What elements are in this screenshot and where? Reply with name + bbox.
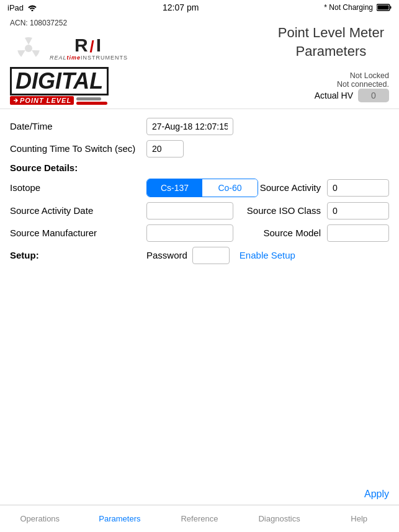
source-model-group: Source Model xyxy=(263,224,389,242)
source-iso-label: Source ISO Class xyxy=(247,205,321,216)
digital-word: DIGITAL xyxy=(10,67,109,95)
password-label: Password xyxy=(146,250,187,260)
setup-label: Setup: xyxy=(10,250,146,260)
status-info-block: Not Locked Not connected. Actual HV 0 xyxy=(315,71,389,105)
password-input[interactable] xyxy=(192,247,230,264)
form-section: Date/Time Counting Time To Switch (sec) … xyxy=(0,114,399,273)
rti-logo: R/I REALtimeINSTRUMENTS xyxy=(50,36,128,61)
actual-hv-label: Actual HV xyxy=(315,91,353,100)
wifi-icon xyxy=(27,4,37,11)
status-bar: iPad 12:07 pm * Not Charging xyxy=(0,0,399,15)
lock-status: Not Locked xyxy=(315,71,389,80)
actual-hv-row: Actual HV 0 xyxy=(315,89,389,102)
source-activity-group: Source Activity xyxy=(260,179,389,197)
datetime-input[interactable] xyxy=(146,118,233,135)
source-iso-group: Source ISO Class xyxy=(247,202,389,219)
tab-bar: Operations Parameters Reference Diagnost… xyxy=(0,505,399,532)
datetime-label: Date/Time xyxy=(10,121,146,131)
apply-button[interactable]: Apply xyxy=(364,489,389,500)
point-level-badge: POINT LEVEL xyxy=(10,96,74,105)
isotope-row: Isotope Cs-137 Co-60 Source Activity xyxy=(10,179,389,197)
battery-icon xyxy=(377,4,392,11)
status-time: 12:07 pm xyxy=(163,2,199,12)
header-divider xyxy=(0,109,399,109)
svg-point-3 xyxy=(25,45,32,52)
source-activity-date-input[interactable] xyxy=(146,202,233,219)
svg-rect-1 xyxy=(390,6,392,9)
digital-banner: DIGITAL POINT LEVEL Not Locked Not conne… xyxy=(0,67,399,109)
isotope-segmented-control[interactable]: Cs-137 Co-60 xyxy=(146,179,258,197)
digital-logo-block: DIGITAL POINT LEVEL xyxy=(10,67,109,105)
counting-time-input[interactable] xyxy=(146,140,184,157)
enable-setup-button[interactable]: Enable Setup xyxy=(240,250,295,260)
point-level-row: POINT LEVEL xyxy=(10,96,109,105)
tab-help[interactable]: Help xyxy=(319,505,399,532)
source-activity-input[interactable] xyxy=(327,179,389,197)
tab-reference[interactable]: Reference xyxy=(159,505,240,532)
counting-time-row: Counting Time To Switch (sec) xyxy=(10,140,389,157)
radiation-icon xyxy=(10,30,47,67)
tab-parameters[interactable]: Parameters xyxy=(80,505,160,532)
isotope-co60-btn[interactable]: Co-60 xyxy=(202,179,258,197)
svg-rect-2 xyxy=(378,6,389,10)
device-label: iPad xyxy=(7,3,24,12)
apply-area: Apply xyxy=(0,484,399,505)
status-left: iPad xyxy=(7,3,37,12)
tab-diagnostics[interactable]: Diagnostics xyxy=(240,505,320,532)
page-title: Point Level MeterParameters xyxy=(278,19,389,60)
spacer xyxy=(0,273,399,484)
actual-hv-value: 0 xyxy=(358,89,389,102)
isotope-cs137-btn[interactable]: Cs-137 xyxy=(147,179,202,197)
arrow-icon xyxy=(12,97,19,104)
rti-subtitle: REALtimeINSTRUMENTS xyxy=(50,55,128,61)
datetime-row: Date/Time xyxy=(10,118,389,135)
rti-letters: R/I xyxy=(74,36,103,55)
header-top-row: ACN: 108037252 R/I REALtimeINSTRUMENTS xyxy=(0,15,399,67)
isotope-label: Isotope xyxy=(10,182,146,193)
source-manufacturer-input[interactable] xyxy=(146,224,233,242)
source-manufacturer-row: Source Manufacturer Source Model xyxy=(10,224,389,242)
source-activity-label: Source Activity xyxy=(260,182,321,193)
logo-block: ACN: 108037252 R/I REALtimeINSTRUMENTS xyxy=(10,19,128,67)
main-content: ACN: 108037252 R/I REALtimeINSTRUMENTS xyxy=(0,15,399,532)
setup-row: Setup: Password Enable Setup xyxy=(10,247,389,264)
bluetooth-status: * Not Charging xyxy=(324,3,373,12)
counting-time-label: Counting Time To Switch (sec) xyxy=(10,143,146,154)
connection-status: Not connected. xyxy=(315,80,389,89)
source-model-label: Source Model xyxy=(263,228,321,238)
status-right: * Not Charging xyxy=(324,3,392,12)
logo-row: R/I REALtimeINSTRUMENTS xyxy=(10,30,128,67)
tab-operations[interactable]: Operations xyxy=(0,505,80,532)
source-manufacturer-label: Source Manufacturer xyxy=(10,228,146,238)
swoosh-lines xyxy=(76,97,107,105)
source-iso-input[interactable] xyxy=(327,202,389,219)
source-activity-date-row: Source Activity Date Source ISO Class xyxy=(10,202,389,219)
source-activity-date-label: Source Activity Date xyxy=(10,205,146,216)
source-model-input[interactable] xyxy=(327,224,389,242)
acn-label: ACN: 108037252 xyxy=(10,19,128,27)
source-details-header: Source Details: xyxy=(10,162,389,174)
